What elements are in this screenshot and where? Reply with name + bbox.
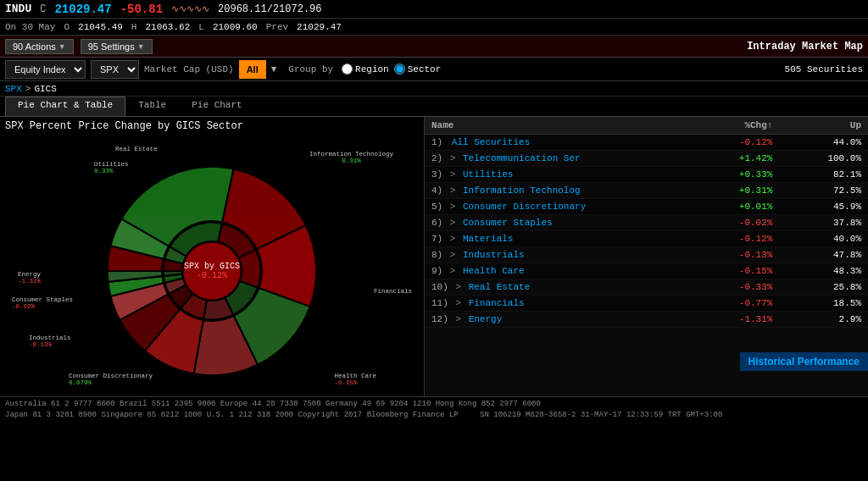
cell-name[interactable]: 9) > Health Care [425, 263, 669, 279]
table-row: 7) > Materials -0.12% 40.0% [425, 231, 868, 247]
low-value: 21009.60 [213, 22, 258, 32]
cell-up: 45.9% [779, 199, 868, 215]
cell-name[interactable]: 6) > Consumer Staples [425, 215, 669, 231]
breadcrumb-separator: > [25, 84, 31, 94]
label-real-estate: Real Estate [115, 146, 158, 152]
sector-radio-label[interactable]: Sector [394, 64, 442, 75]
label-energy: Energy-1.31% [18, 271, 41, 285]
label-health-care: Health Care-0.15% [334, 373, 376, 386]
cell-chg: -0.77% [669, 296, 780, 312]
cell-name[interactable]: 8) > Industrials [425, 247, 669, 263]
chart-area: SPX Percent Price Change by GICS Sector … [0, 117, 424, 396]
tab-pie-chart[interactable]: Pie Chart [179, 97, 254, 116]
cell-up: 100.0% [779, 151, 868, 167]
cell-name[interactable]: 4) > Information Technolog [425, 183, 669, 199]
prev-label: Prev [266, 22, 288, 32]
settings-arrow-icon: ▼ [137, 42, 145, 51]
ticker-bar-1: INDU C 21029.47 -50.81 ∿∿∿∿∿ 20968.11/21… [0, 0, 868, 19]
settings-button[interactable]: 95 Settings ▼ [81, 39, 153, 54]
region-radio-label[interactable]: Region [342, 64, 389, 75]
label-utilities: Utilities0.33% [94, 161, 129, 174]
label-info-tech: Information Technology0.31% [309, 151, 393, 164]
all-dropdown-icon: ▼ [271, 64, 277, 75]
cell-chg: -0.13% [669, 247, 780, 263]
low-label: L [198, 22, 204, 32]
cell-name[interactable]: 7) > Materials [425, 231, 669, 247]
actions-arrow-icon: ▼ [58, 42, 66, 51]
breadcrumb-current: GICS [34, 84, 56, 94]
control-bar: 90 Actions ▼ 95 Settings ▼ Intraday Mark… [0, 36, 868, 58]
cell-name[interactable]: 1) All Securities [425, 135, 669, 151]
cell-name[interactable]: 10) > Real Estate [425, 279, 669, 296]
cell-up: 18.5% [779, 296, 868, 312]
cell-chg: -0.12% [669, 231, 780, 247]
cell-name[interactable]: 11) > Financials [425, 296, 669, 312]
pie-container: SPX by GICS -0.12% Information Technolog… [5, 135, 419, 406]
ticker-symbol: INDU [5, 3, 31, 15]
cell-up: 72.5% [779, 183, 868, 199]
cell-chg: -0.02% [669, 215, 780, 231]
cell-chg: -0.12% [669, 135, 780, 151]
table-row: 8) > Industrials -0.13% 47.8% [425, 247, 868, 263]
ticker-chart-icon: ∿∿∿∿∿ [171, 3, 209, 14]
region-label: Region [355, 64, 389, 75]
cell-chg: -0.33% [669, 279, 780, 296]
tab-pie-chart-table[interactable]: Pie Chart & Table [5, 97, 125, 116]
tab-table[interactable]: Table [125, 97, 179, 116]
toolbar: Equity Index SPX Market Cap (USD) All ▼ … [0, 58, 868, 81]
table-row: 3) > Utilities +0.33% 82.1% [425, 167, 868, 183]
label-financials: Financials [374, 288, 412, 295]
ticker-range: 20968.11/21072.96 [218, 3, 321, 15]
cell-name[interactable]: 12) > Energy [425, 312, 669, 328]
cell-chg: -0.15% [669, 263, 780, 279]
cell-name[interactable]: 5) > Consumer Discretionary [425, 199, 669, 215]
cell-up: 2.9% [779, 312, 868, 328]
table-row: 9) > Health Care -0.15% 48.3% [425, 263, 868, 279]
table-row: 4) > Information Technolog +0.31% 72.5% [425, 183, 868, 199]
market-cap-label: Market Cap (USD) [144, 64, 234, 75]
cell-chg: +1.42% [669, 151, 780, 167]
breadcrumb-spx[interactable]: SPX [5, 84, 22, 94]
col-name: Name [425, 117, 669, 135]
cell-chg: -1.31% [669, 312, 780, 328]
cell-chg: +0.01% [669, 199, 780, 215]
sector-radio[interactable] [394, 64, 405, 75]
actions-button[interactable]: 90 Actions ▼ [5, 39, 74, 54]
cell-up: 47.8% [779, 247, 868, 263]
region-radio[interactable] [342, 64, 353, 75]
ticker-bar-2: On 30 May O 21045.49 H 21063.62 L 21009.… [0, 19, 868, 36]
table-row: 10) > Real Estate -0.33% 25.8% [425, 279, 868, 296]
sector-label: Sector [408, 64, 442, 75]
breadcrumb: SPX > GICS [0, 81, 868, 97]
table-row: 2) > Telecommunication Ser +1.42% 100.0% [425, 151, 868, 167]
cell-name[interactable]: 2) > Telecommunication Ser [425, 151, 669, 167]
bottom-line2: Japan 81 3 3201 8900 Singapore 65 6212 1… [5, 410, 863, 421]
date-label: On 30 May [5, 22, 55, 32]
all-button[interactable]: All [239, 60, 266, 79]
actions-label: 90 Actions [13, 41, 56, 52]
label-consumer-disc: Consumer Discretionary0.079% [69, 373, 153, 386]
col-up: Up [779, 117, 868, 135]
spx-select[interactable]: SPX [91, 60, 139, 79]
pie-center-circle [183, 242, 240, 299]
securities-count: 505 Securities [785, 64, 863, 75]
cell-chg: +0.31% [669, 183, 780, 199]
cell-name[interactable]: 3) > Utilities [425, 167, 669, 183]
prev-value: 21029.47 [297, 22, 342, 32]
open-label: O [64, 22, 70, 32]
bottom-bar: Australia 61 2 9777 8600 Brazil 5511 239… [0, 396, 868, 422]
label-consumer-staples: Consumer Staples-0.02% [12, 296, 73, 310]
ticker-c-label: C [40, 3, 46, 15]
main-content: SPX Percent Price Change by GICS Sector … [0, 117, 868, 396]
cell-up: 82.1% [779, 167, 868, 183]
high-label: H [131, 22, 137, 32]
table-row: 5) > Consumer Discretionary +0.01% 45.9% [425, 199, 868, 215]
groupby-radio-group: Region Sector [342, 64, 441, 75]
index-select[interactable]: Equity Index [5, 60, 86, 79]
ticker-price: 21029.47 [54, 3, 111, 16]
intraday-title: Intraday Market Map [747, 41, 863, 53]
table-row: 6) > Consumer Staples -0.02% 37.8% [425, 215, 868, 231]
tab-bar: Pie Chart & Table Table Pie Chart [0, 97, 868, 117]
cell-up: 25.8% [779, 279, 868, 296]
historical-performance-button[interactable]: Historical Performance [740, 352, 868, 371]
